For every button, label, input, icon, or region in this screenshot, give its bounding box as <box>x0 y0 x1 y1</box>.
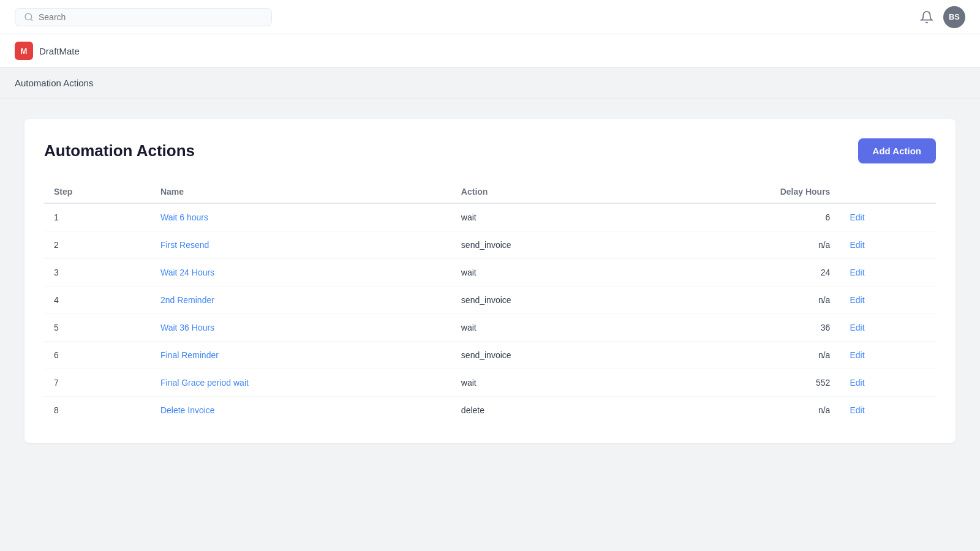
table-row: 5 Wait 36 Hours wait 36 Edit <box>44 314 936 342</box>
cell-name[interactable]: Wait 36 Hours <box>151 314 451 342</box>
actions-table: Step Name Action Delay Hours 1 Wait 6 ho… <box>44 181 936 424</box>
cell-edit[interactable]: Edit <box>840 203 936 231</box>
row-name-link[interactable]: Delete Invoice <box>160 405 215 415</box>
cell-action: send_invoice <box>451 342 646 369</box>
page-title-bar: Automation Actions <box>0 68 980 99</box>
main-content: Automation Actions Add Action Step Name … <box>0 99 980 463</box>
top-nav: BS <box>0 0 980 34</box>
cell-delay-hours: n/a <box>646 342 840 369</box>
cell-edit[interactable]: Edit <box>840 342 936 369</box>
bell-icon <box>920 10 933 24</box>
search-bar <box>15 8 272 26</box>
page-title: Automation Actions <box>15 78 93 88</box>
col-header-step: Step <box>44 181 151 203</box>
table-row: 8 Delete Invoice delete n/a Edit <box>44 397 936 424</box>
add-action-button[interactable]: Add Action <box>858 138 936 163</box>
cell-name[interactable]: Final Grace period wait <box>151 369 451 397</box>
brand-name: DraftMate <box>39 46 80 56</box>
row-name-link[interactable]: Wait 6 hours <box>160 212 208 222</box>
table-row: 7 Final Grace period wait wait 552 Edit <box>44 369 936 397</box>
cell-step: 4 <box>44 287 151 314</box>
brand-bar: M DraftMate <box>0 34 980 68</box>
edit-link[interactable]: Edit <box>850 240 864 250</box>
avatar[interactable]: BS <box>943 6 965 28</box>
content-card: Automation Actions Add Action Step Name … <box>24 119 956 443</box>
cell-step: 6 <box>44 342 151 369</box>
notification-button[interactable] <box>920 10 933 24</box>
table-header-row: Step Name Action Delay Hours <box>44 181 936 203</box>
row-name-link[interactable]: Wait 24 Hours <box>160 268 214 277</box>
row-name-link[interactable]: 2nd Reminder <box>160 295 214 305</box>
cell-name[interactable]: 2nd Reminder <box>151 287 451 314</box>
card-header: Automation Actions Add Action <box>44 138 936 163</box>
cell-edit[interactable]: Edit <box>840 397 936 424</box>
edit-link[interactable]: Edit <box>850 295 864 305</box>
cell-action: wait <box>451 203 646 231</box>
row-name-link[interactable]: Final Grace period wait <box>160 378 249 388</box>
edit-link[interactable]: Edit <box>850 323 864 332</box>
edit-link[interactable]: Edit <box>850 405 864 415</box>
search-input[interactable] <box>39 12 263 22</box>
card-heading: Automation Actions <box>44 141 195 160</box>
cell-delay-hours: n/a <box>646 397 840 424</box>
cell-step: 2 <box>44 231 151 259</box>
cell-action: delete <box>451 397 646 424</box>
col-header-name: Name <box>151 181 451 203</box>
cell-name[interactable]: First Resend <box>151 231 451 259</box>
cell-delay-hours: 24 <box>646 259 840 287</box>
cell-step: 7 <box>44 369 151 397</box>
table-row: 2 First Resend send_invoice n/a Edit <box>44 231 936 259</box>
cell-delay-hours: 36 <box>646 314 840 342</box>
cell-delay-hours: n/a <box>646 287 840 314</box>
edit-link[interactable]: Edit <box>850 350 864 360</box>
row-name-link[interactable]: Final Reminder <box>160 350 219 360</box>
cell-action: send_invoice <box>451 231 646 259</box>
cell-step: 5 <box>44 314 151 342</box>
col-header-delay: Delay Hours <box>646 181 840 203</box>
cell-action: wait <box>451 369 646 397</box>
col-header-action: Action <box>451 181 646 203</box>
nav-right: BS <box>920 6 965 28</box>
cell-name[interactable]: Wait 24 Hours <box>151 259 451 287</box>
edit-link[interactable]: Edit <box>850 212 864 222</box>
cell-edit[interactable]: Edit <box>840 314 936 342</box>
table-row: 4 2nd Reminder send_invoice n/a Edit <box>44 287 936 314</box>
cell-action: wait <box>451 314 646 342</box>
cell-delay-hours: n/a <box>646 231 840 259</box>
svg-point-0 <box>25 13 32 20</box>
row-name-link[interactable]: First Resend <box>160 240 209 250</box>
cell-step: 8 <box>44 397 151 424</box>
search-icon <box>24 12 34 22</box>
cell-edit[interactable]: Edit <box>840 259 936 287</box>
cell-delay-hours: 6 <box>646 203 840 231</box>
table-row: 6 Final Reminder send_invoice n/a Edit <box>44 342 936 369</box>
cell-edit[interactable]: Edit <box>840 231 936 259</box>
brand-logo: M <box>15 42 33 60</box>
cell-action: wait <box>451 259 646 287</box>
cell-name[interactable]: Wait 6 hours <box>151 203 451 231</box>
row-name-link[interactable]: Wait 36 Hours <box>160 323 214 332</box>
cell-step: 1 <box>44 203 151 231</box>
cell-step: 3 <box>44 259 151 287</box>
cell-delay-hours: 552 <box>646 369 840 397</box>
table-row: 1 Wait 6 hours wait 6 Edit <box>44 203 936 231</box>
col-header-edit <box>840 181 936 203</box>
table-row: 3 Wait 24 Hours wait 24 Edit <box>44 259 936 287</box>
cell-name[interactable]: Delete Invoice <box>151 397 451 424</box>
edit-link[interactable]: Edit <box>850 378 864 388</box>
cell-name[interactable]: Final Reminder <box>151 342 451 369</box>
cell-action: send_invoice <box>451 287 646 314</box>
cell-edit[interactable]: Edit <box>840 287 936 314</box>
cell-edit[interactable]: Edit <box>840 369 936 397</box>
edit-link[interactable]: Edit <box>850 268 864 277</box>
